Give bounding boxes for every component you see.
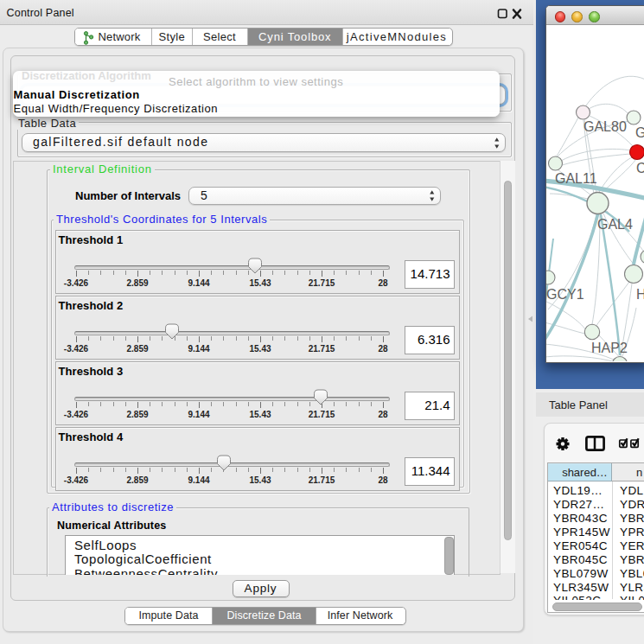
svg-text:GAL80: GAL80 bbox=[583, 119, 627, 134]
svg-text:C: C bbox=[636, 161, 644, 175]
svg-text:GCY1: GCY1 bbox=[546, 287, 584, 302]
svg-text:HAP2: HAP2 bbox=[591, 341, 628, 355]
svg-text:GAL11: GAL11 bbox=[555, 171, 597, 186]
svg-text:GAL4: GAL4 bbox=[597, 217, 633, 232]
svg-text:HA: HA bbox=[636, 287, 644, 302]
svg-text:GA: GA bbox=[635, 125, 644, 140]
